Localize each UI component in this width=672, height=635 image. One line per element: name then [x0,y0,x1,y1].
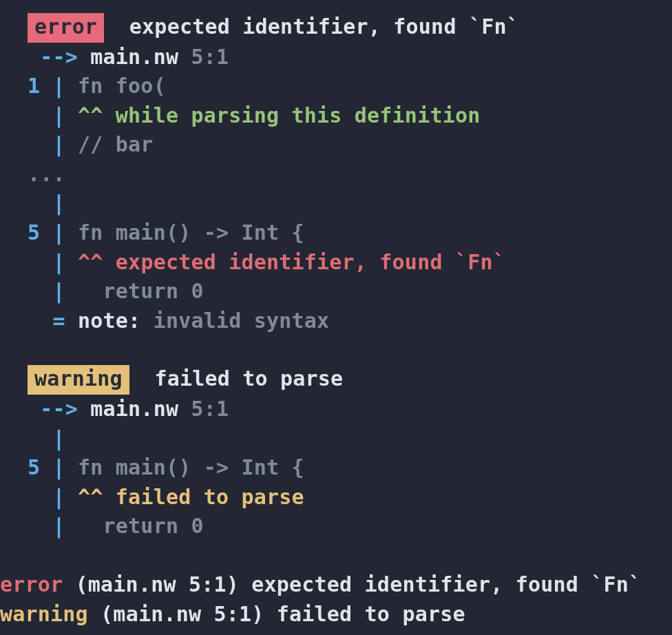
note-eq: = [53,309,65,333]
severity-badge-error: error [28,13,104,43]
gutter-pipe: | [53,250,65,274]
gutter-pipe: | [53,74,65,98]
ellipsis-icon: ... [28,162,65,186]
code-line: // bar [78,132,154,156]
gutter-pipe: | [53,455,65,479]
gutter-lineno: 5 [28,220,40,244]
code-line: fn foo( [78,74,166,98]
arrow-icon: --> [40,45,78,69]
gutter-pipe: | [53,514,65,538]
note-key: note: [78,309,140,333]
gutter-lineno: 1 [28,74,40,98]
code-line: return 0 [78,514,204,538]
gutter-pipe: | [53,103,65,127]
gutter-pipe: | [53,191,65,215]
gutter-pipe: | [53,132,65,156]
code-line: fn main() -> Int { [78,455,304,479]
caret-label: failed to parse [116,485,304,509]
loc-file: main.nw [90,45,178,69]
summary-severity: warning [0,602,88,626]
compiler-output: error expected identifier, found `Fn` --… [0,0,672,629]
severity-label: warning [34,366,123,391]
loc-pos: 5:1 [191,45,229,69]
summary-msg: failed to parse [277,602,465,626]
summary-loc: (main.nw 5:1) [76,572,239,596]
caret-label: expected identifier, found `Fn` [116,250,505,274]
note-msg: invalid syntax [154,309,330,333]
severity-label: error [34,14,97,39]
severity-badge-warning: warning [28,365,129,395]
gutter-pipe: | [53,220,65,244]
summary-loc: (main.nw 5:1) [101,602,264,626]
caret-icon: ^^ [78,485,103,509]
caret-icon: ^^ [78,250,103,274]
summary-severity: error [0,572,63,596]
diagnostic-header-msg: failed to parse [154,366,343,391]
gutter-lineno: 5 [28,455,40,479]
loc-pos: 5:1 [191,397,229,421]
code-line: fn main() -> Int { [78,220,304,244]
gutter-pipe: | [53,279,65,303]
gutter-pipe: | [53,485,65,509]
code-line: return 0 [78,279,204,303]
loc-file: main.nw [90,397,178,421]
arrow-icon: --> [40,397,78,421]
caret-icon: ^^ [78,103,103,127]
summary-msg: expected identifier, found `Fn` [251,572,641,596]
diagnostic-header-msg: expected identifier, found `Fn` [129,14,519,39]
caret-label: while parsing this definition [116,103,481,127]
gutter-pipe: | [53,426,65,450]
